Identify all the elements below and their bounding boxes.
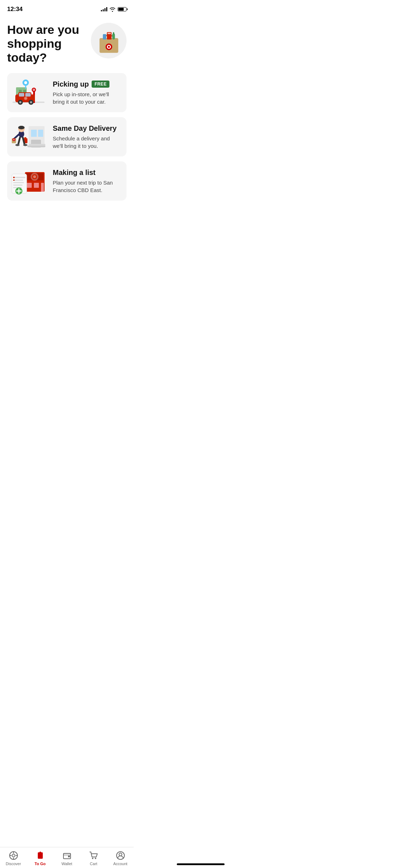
- main-content: How are you shopping today?: [0, 16, 134, 238]
- battery-icon: [118, 7, 127, 11]
- wifi-icon: [109, 7, 115, 12]
- svg-point-26: [25, 97, 27, 99]
- shopping-bag-icon: [96, 27, 122, 54]
- picking-up-card[interactable]: Picking up FREE Pick up in-store, or we'…: [7, 73, 127, 112]
- svg-rect-6: [112, 33, 115, 39]
- svg-rect-61: [13, 185, 22, 186]
- svg-rect-59: [13, 180, 23, 181]
- free-badge: FREE: [92, 81, 109, 88]
- delivery-title-row: Same Day Delivery: [53, 124, 121, 133]
- svg-rect-34: [29, 144, 45, 146]
- delivery-title: Same Day Delivery: [53, 124, 117, 133]
- svg-rect-31: [38, 130, 43, 137]
- svg-rect-30: [31, 130, 37, 137]
- picking-up-desc: Pick up in-store, or we'll bring it out …: [53, 91, 121, 105]
- svg-rect-55: [34, 183, 39, 188]
- picking-up-content: Picking up FREE Pick up in-store, or we'…: [50, 74, 127, 111]
- delivery-desc: Schedule a delivery and we'll bring it t…: [53, 135, 121, 150]
- list-image: [7, 161, 50, 201]
- svg-rect-11: [19, 90, 22, 93]
- list-desc: Plan your next trip to San Francisco CBD…: [53, 179, 121, 194]
- status-bar: 12:34: [0, 0, 134, 16]
- status-icons: [101, 7, 127, 12]
- svg-rect-12: [23, 90, 26, 93]
- svg-point-53: [33, 175, 36, 178]
- picking-up-title: Picking up: [53, 80, 89, 88]
- status-time: 12:34: [7, 6, 22, 13]
- delivery-image: [7, 117, 50, 156]
- same-day-delivery-card[interactable]: Same Day Delivery Schedule a delivery an…: [7, 117, 127, 156]
- header-section: How are you shopping today?: [7, 23, 127, 64]
- bag-icon-container: [91, 23, 127, 58]
- signal-icon: [101, 7, 107, 11]
- svg-point-24: [30, 101, 32, 103]
- list-content: Making a list Plan your next trip to San…: [50, 163, 127, 200]
- svg-point-3: [108, 46, 110, 48]
- svg-point-28: [24, 81, 27, 84]
- svg-rect-5: [107, 33, 110, 34]
- svg-rect-20: [25, 93, 31, 97]
- svg-rect-19: [19, 93, 24, 97]
- page-headline: How are you shopping today?: [7, 23, 86, 64]
- picking-up-title-row: Picking up FREE: [53, 80, 121, 88]
- svg-rect-8: [103, 34, 106, 39]
- making-list-card[interactable]: Making a list Plan your next trip to San…: [7, 161, 127, 201]
- svg-rect-44: [24, 137, 26, 139]
- list-title: Making a list: [53, 169, 96, 177]
- svg-rect-64: [13, 180, 15, 181]
- svg-point-47: [15, 144, 20, 146]
- delivery-content: Same Day Delivery Schedule a delivery an…: [50, 119, 127, 155]
- svg-point-48: [23, 144, 27, 146]
- svg-rect-60: [13, 182, 24, 183]
- svg-point-42: [14, 139, 14, 140]
- picking-up-image: [7, 73, 50, 112]
- svg-rect-56: [41, 183, 44, 192]
- list-title-row: Making a list: [53, 169, 121, 177]
- svg-rect-63: [13, 177, 15, 178]
- svg-point-16: [34, 89, 35, 91]
- svg-point-22: [19, 101, 21, 103]
- svg-rect-7: [113, 32, 114, 34]
- svg-rect-54: [27, 183, 32, 188]
- svg-point-37: [18, 126, 25, 129]
- svg-rect-58: [13, 177, 25, 178]
- svg-line-45: [18, 138, 20, 145]
